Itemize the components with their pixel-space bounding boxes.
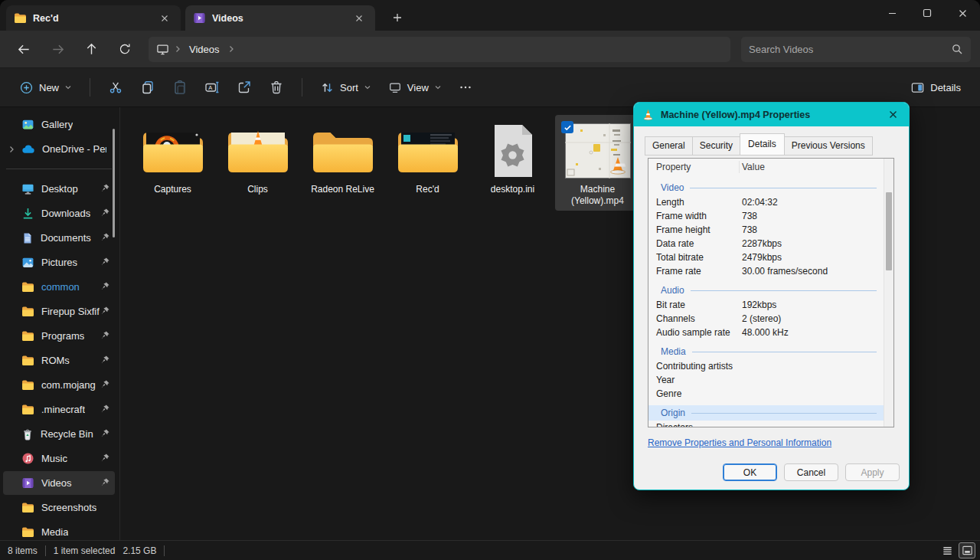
navigation-bar: Videos xyxy=(0,31,980,67)
sidebar-item-pictures[interactable]: Pictures xyxy=(3,251,115,274)
property-row-data-rate[interactable]: Data rate2287kbps xyxy=(648,237,893,251)
search-input[interactable] xyxy=(749,44,951,55)
pin-icon[interactable] xyxy=(100,453,110,463)
tab-rec-d[interactable]: Rec'd xyxy=(6,5,181,31)
copy-button[interactable] xyxy=(133,74,162,101)
close-button[interactable] xyxy=(945,0,980,26)
new-button[interactable]: New xyxy=(12,74,79,101)
property-row-total-bitrate[interactable]: Total bitrate2479kbps xyxy=(648,251,893,264)
properties-list[interactable]: Property Value VideoLength02:04:32Frame … xyxy=(648,158,894,427)
property-row-audio-sample-rate[interactable]: Audio sample rate48.000 kHz xyxy=(648,326,893,339)
property-row-directors[interactable]: Directors xyxy=(648,421,893,427)
pin-icon[interactable] xyxy=(100,257,110,267)
dialog-title-bar[interactable]: Machine (Yellow).mp4 Properties xyxy=(634,103,909,126)
rename-button[interactable]: A xyxy=(198,74,227,101)
back-button[interactable] xyxy=(9,36,38,62)
forward-button[interactable] xyxy=(43,36,72,62)
pin-icon[interactable] xyxy=(100,404,110,414)
thumbnail-view-toggle[interactable] xyxy=(959,542,975,558)
dialog-tab-details[interactable]: Details xyxy=(740,133,785,156)
scrollbar-thumb[interactable] xyxy=(886,192,892,270)
property-row-contributing-artists[interactable]: Contributing artists xyxy=(648,359,893,373)
property-row-frame-height[interactable]: Frame height738 xyxy=(648,223,893,237)
sidebar-item-videos[interactable]: Videos xyxy=(3,471,115,495)
up-button[interactable] xyxy=(77,36,106,62)
pin-icon[interactable] xyxy=(100,477,110,487)
refresh-button[interactable] xyxy=(110,36,139,62)
property-value: 30.00 frames/second xyxy=(742,266,893,277)
sidebar-item-common[interactable]: common xyxy=(3,275,115,299)
new-tab-button[interactable] xyxy=(386,6,409,29)
share-button[interactable] xyxy=(230,74,259,101)
tab-close-button[interactable] xyxy=(156,10,173,27)
property-row-frame-width[interactable]: Frame width738 xyxy=(648,209,893,223)
sidebar-item-com-mojang[interactable]: com.mojang xyxy=(3,373,115,397)
dialog-tab-previous-versions[interactable]: Previous Versions xyxy=(784,136,873,156)
dialog-tab-security[interactable]: Security xyxy=(692,136,740,156)
sidebar-item-onedrive-pers[interactable]: OneDrive - Pers xyxy=(3,137,115,161)
cancel-button[interactable]: Cancel xyxy=(784,463,838,481)
pin-icon[interactable] xyxy=(100,428,110,438)
sidebar-item-documents[interactable]: Documents xyxy=(3,226,115,250)
section-header-audio: Audio xyxy=(648,283,893,298)
sidebar-item-gallery[interactable]: Gallery xyxy=(3,113,115,136)
sidebar-item-programs[interactable]: Programs xyxy=(3,324,115,348)
pin-icon[interactable] xyxy=(100,330,110,340)
delete-button[interactable] xyxy=(262,74,291,101)
sidebar-scrollbar[interactable] xyxy=(113,129,115,237)
sidebar-item-recycle-bin[interactable]: Recycle Bin xyxy=(3,422,115,446)
properties-scrollbar[interactable] xyxy=(884,159,893,427)
pin-icon[interactable] xyxy=(100,281,110,291)
sidebar-item--minecraft[interactable]: .minecraft xyxy=(3,398,115,421)
dialog-tab-general[interactable]: General xyxy=(645,136,692,156)
file-item-desktop-ini[interactable]: desktop.ini xyxy=(470,115,555,211)
sidebar-item-downloads[interactable]: Downloads xyxy=(3,201,115,225)
sort-button[interactable]: Sort xyxy=(313,74,378,101)
property-row-channels[interactable]: Channels2 (stereo) xyxy=(648,312,893,326)
view-button[interactable]: View xyxy=(381,74,449,101)
sidebar-item-music[interactable]: Music xyxy=(3,447,115,470)
tab-close-button[interactable] xyxy=(351,10,368,27)
details-pane-button[interactable]: Details xyxy=(903,74,968,101)
selection-checkbox[interactable] xyxy=(561,121,573,133)
remove-properties-link[interactable]: Remove Properties and Personal Informati… xyxy=(648,437,831,448)
pin-icon[interactable] xyxy=(100,379,110,389)
section-name: Origin xyxy=(661,408,685,418)
more-options-button[interactable] xyxy=(452,74,479,101)
maximize-button[interactable] xyxy=(910,0,945,26)
file-item-radeon-relive[interactable]: Radeon ReLive xyxy=(300,115,385,211)
tab-bar: Rec'dVideos xyxy=(0,0,980,31)
pin-icon[interactable] xyxy=(100,355,110,365)
sidebar-item-media[interactable]: Media xyxy=(3,520,115,540)
chevron-right-icon xyxy=(174,45,181,53)
details-view-toggle[interactable] xyxy=(939,542,956,558)
cut-button[interactable] xyxy=(101,74,130,101)
address-bar[interactable]: Videos xyxy=(149,37,730,62)
pin-icon[interactable] xyxy=(100,232,110,242)
property-row-genre[interactable]: Genre xyxy=(648,387,893,401)
dialog-close-button[interactable] xyxy=(884,106,901,123)
property-row-length[interactable]: Length02:04:32 xyxy=(648,195,893,209)
property-row-year[interactable]: Year xyxy=(648,373,893,387)
pin-icon[interactable] xyxy=(100,183,110,193)
ok-button[interactable]: OK xyxy=(723,463,777,481)
tab-videos[interactable]: Videos xyxy=(185,5,375,31)
file-item-rec-d[interactable]: Rec'd xyxy=(385,115,470,211)
property-row-frame-rate[interactable]: Frame rate30.00 frames/second xyxy=(648,264,893,278)
minimize-button[interactable] xyxy=(874,0,910,26)
sidebar-item-roms[interactable]: ROMs xyxy=(3,349,115,372)
pin-icon[interactable] xyxy=(100,208,110,218)
sidebar-item-firepup-sixfif[interactable]: Firepup Sixfif xyxy=(3,300,115,323)
expand-chevron-icon[interactable] xyxy=(8,146,15,153)
file-item-clips[interactable]: Clips xyxy=(215,115,300,211)
sidebar-item-desktop[interactable]: Desktop xyxy=(3,177,115,201)
apply-button[interactable]: Apply xyxy=(845,463,900,481)
property-name: Total bitrate xyxy=(656,252,742,263)
pin-icon[interactable] xyxy=(100,306,110,316)
paste-button[interactable] xyxy=(165,74,194,101)
file-item-machine-yellow-mp4[interactable]: Machine (Yellow).mp4 xyxy=(555,115,640,211)
file-item-captures[interactable]: Captures xyxy=(130,115,215,211)
breadcrumb-folder[interactable]: Videos xyxy=(186,44,223,55)
sidebar-item-screenshots[interactable]: Screenshots xyxy=(3,496,115,519)
property-row-bit-rate[interactable]: Bit rate192kbps xyxy=(648,298,893,312)
